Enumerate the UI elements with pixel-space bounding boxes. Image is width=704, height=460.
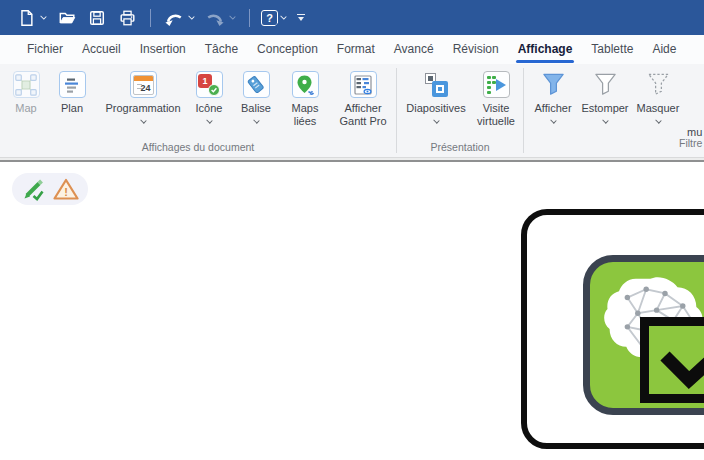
tab-format[interactable]: Format (337, 35, 375, 64)
ribbon-button-balise[interactable]: Balise (232, 71, 280, 141)
button-label: Diapositives (406, 102, 465, 115)
save-button[interactable] (85, 6, 109, 30)
ribbon-button-filtre-estomper[interactable]: Estomper (578, 71, 632, 157)
chevron-down-icon (206, 117, 212, 123)
ribbon-button-maps-liees[interactable]: Maps liées (280, 71, 330, 141)
open-icon (58, 9, 77, 27)
tab-affichage[interactable]: Affichage (518, 35, 573, 64)
partial-button-label[interactable]: mu (687, 126, 702, 139)
chevron-down-icon (433, 117, 439, 123)
outline-icon (59, 71, 86, 98)
button-label: Plan (61, 102, 83, 115)
ribbon-button-plan[interactable]: Plan (50, 71, 94, 141)
button-label: Programmation (105, 102, 180, 115)
filter-hide-icon (645, 71, 672, 98)
gantt-pro-icon (350, 71, 377, 98)
button-label: Balise (241, 102, 271, 115)
warning-triangle-icon[interactable]: ! (53, 177, 79, 201)
print-button[interactable] (115, 6, 139, 30)
ribbon-button-programmation[interactable]: 24 Programmation (100, 71, 186, 141)
tab-conception[interactable]: Conception (257, 35, 318, 64)
ribbon-group-filtre: Afficher Estomper Masquer (524, 64, 684, 157)
ribbon: Map Plan 24 (0, 64, 704, 157)
ribbon-button-diapositives[interactable]: Diapositives (403, 71, 469, 141)
tab-tache[interactable]: Tâche (205, 35, 238, 64)
button-label: Afficher (534, 102, 571, 115)
warning-mark: ! (64, 186, 68, 198)
tab-accueil[interactable]: Accueil (82, 35, 121, 64)
chevron-down-icon[interactable] (280, 13, 286, 19)
customize-toolbar-button[interactable] (297, 14, 305, 22)
customize-toolbar-icon (297, 14, 305, 16)
calendar-icon: 24 (130, 71, 157, 98)
tab-revision[interactable]: Révision (453, 35, 499, 64)
toolbar-separator (249, 9, 250, 27)
ribbon-button-map[interactable]: Map (6, 71, 46, 141)
button-label-line2: Gantt Pro (339, 115, 386, 128)
filter-show-icon (540, 71, 567, 98)
ribbon-button-afficher-gantt-pro[interactable]: Afficher Gantt Pro (330, 71, 396, 141)
button-label-line2: virtuelle (477, 115, 515, 128)
print-icon (118, 9, 137, 27)
button-label: Maps (292, 102, 319, 115)
help-button[interactable]: ? (261, 10, 278, 26)
chevron-down-icon[interactable] (229, 13, 235, 19)
new-document-icon (17, 9, 35, 27)
open-button[interactable] (55, 6, 79, 30)
chevron-down-icon[interactable] (188, 13, 194, 19)
undo-icon (164, 9, 184, 27)
button-label: Visite (483, 102, 510, 115)
button-label: Masquer (637, 102, 680, 115)
brain-checkmark-app-icon (583, 255, 704, 415)
undo-button[interactable] (162, 6, 186, 30)
numbered-icon-badge-icon: 1 (196, 71, 223, 98)
mind-map-icon (13, 71, 40, 98)
ribbon-button-filtre-masquer[interactable]: Masquer (632, 71, 684, 157)
status-pill: ! (12, 173, 88, 205)
toolbar-separator (150, 9, 151, 27)
save-icon (88, 9, 106, 27)
new-document-button[interactable] (14, 6, 38, 30)
ribbon-button-visite-virtuelle[interactable]: Visite virtuelle (469, 71, 523, 141)
chevron-down-icon (253, 117, 259, 123)
ribbon-button-filtre-afficher[interactable]: Afficher (528, 71, 578, 157)
button-label-line2: liées (294, 115, 317, 128)
checkmark-box-icon (640, 317, 704, 403)
ribbon-group-presentation: Diapositives Visite virtuelle (397, 64, 523, 157)
quick-access-toolbar: ? (14, 6, 305, 30)
virtual-tour-icon (483, 71, 510, 98)
ribbon-tab-bar: Fichier Accueil Insertion Tâche Concepti… (0, 35, 704, 64)
group-label-presentation: Présentation (397, 141, 523, 157)
button-label: Afficher (344, 102, 381, 115)
button-label: Map (15, 102, 36, 115)
chevron-down-icon[interactable] (40, 13, 46, 19)
tab-tablette[interactable]: Tablette (591, 35, 633, 64)
titlebar: ? (0, 0, 704, 35)
tab-insertion[interactable]: Insertion (140, 35, 186, 64)
ribbon-group-affichages-du-document: Map Plan 24 (0, 64, 396, 157)
chevron-down-icon (655, 117, 661, 123)
filter-dim-icon (592, 71, 619, 98)
button-label: Estomper (581, 102, 628, 115)
slides-icon (423, 71, 450, 98)
group-label-filtre: Filtre (679, 137, 702, 153)
help-glyph: ? (266, 12, 273, 24)
redo-icon (205, 9, 225, 27)
chevron-down-icon (602, 117, 608, 123)
button-label: Icône (196, 102, 223, 115)
tag-icon (243, 71, 270, 98)
tab-fichier[interactable]: Fichier (27, 35, 63, 64)
chevron-down-icon (550, 117, 556, 123)
redo-button[interactable] (203, 6, 227, 30)
ribbon-button-icone[interactable]: 1 Icône (186, 71, 232, 141)
badge-number: 1 (202, 76, 207, 86)
chevron-down-icon (140, 117, 146, 123)
tab-aide[interactable]: Aide (652, 35, 676, 64)
linked-maps-icon (292, 71, 319, 98)
grammar-pen-check-icon[interactable] (21, 176, 47, 202)
document-canvas[interactable]: ! (0, 162, 704, 460)
tab-avance[interactable]: Avancé (394, 35, 434, 64)
calendar-day-label: 24 (140, 83, 150, 93)
group-label-affichages: Affichages du document (0, 141, 396, 157)
